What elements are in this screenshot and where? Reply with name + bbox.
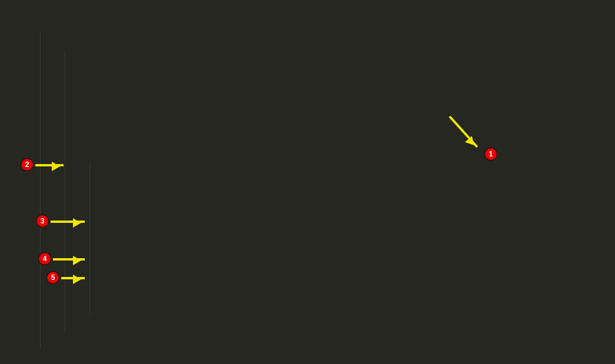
callout-badge-3: 3 bbox=[36, 215, 48, 227]
arrow-1 bbox=[449, 116, 478, 148]
callout-badge-4: 4 bbox=[39, 253, 51, 265]
code-editor: 1 2 3 4 5 <!DOCTYPE html> <html> <head> … bbox=[0, 0, 615, 364]
arrow-5 bbox=[61, 277, 85, 279]
callout-badge-1: 1 bbox=[485, 148, 497, 160]
callout-badge-2: 2 bbox=[21, 159, 33, 171]
callout-badge-5: 5 bbox=[47, 272, 59, 283]
arrow-4 bbox=[53, 258, 85, 261]
arrow-3 bbox=[51, 221, 85, 223]
arrow-2 bbox=[35, 164, 64, 166]
